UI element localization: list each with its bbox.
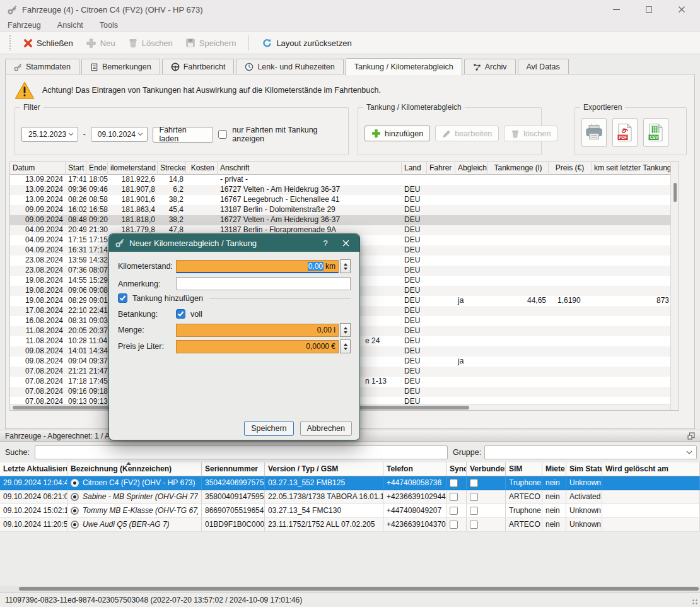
column-header-fahrer[interactable]: Fahrer [427,162,455,175]
group-select[interactable] [484,445,697,459]
verbunden-checkbox[interactable] [470,479,478,487]
sync-checkbox[interactable] [450,493,458,501]
dialog-close-icon[interactable] [338,237,353,249]
export-csv-button[interactable]: CSV [643,118,668,147]
vehicle-column-header-name[interactable]: Bezeichnung (Kennzeichen) [67,463,202,476]
vehicle-column-header-miete[interactable]: Miete [542,463,566,476]
trip-cell-abgleich [455,266,488,276]
trips-vscrollbar[interactable] [670,162,679,410]
search-input[interactable] [35,445,448,459]
vehicle-column-header-phone[interactable]: Telefon [383,463,446,476]
anmerkung-input[interactable] [176,277,351,290]
column-header-datum[interactable]: Datum [10,162,66,175]
date-to-select[interactable]: 09.10.2024 [91,127,148,142]
trip-cell-km-seit-letzter-tankung [592,316,672,326]
column-header-kosten[interactable]: Kosten [186,162,218,175]
vehicle-column-header-deleted[interactable]: Wird gelöscht am [602,463,700,476]
trip-row[interactable]: 13.09.202409:3609:46181.907,86,216727 Ve… [10,185,672,195]
close-icon[interactable] [675,3,689,16]
vehicle-row[interactable]: 09.10.2024 06:21:07Sabine - MB Sprinter … [0,490,700,504]
export-pdf-button[interactable]: PDF [612,118,638,147]
tab-avl-datas[interactable]: Avl Datas [518,59,569,74]
tab-fahrtbericht[interactable]: Fahrtbericht [162,59,235,74]
bottom-hscrollbar-thumb[interactable] [19,587,699,591]
dialog-help-button[interactable]: ? [318,237,333,249]
toolbar-grip[interactable] [9,35,12,51]
trip-row[interactable]: 09.09.202408:4809:20181.818,038,216727 V… [10,215,672,225]
close-vehicle-button[interactable]: Schließen [17,36,79,50]
preis-je-liter-input[interactable]: 0,0000 € [176,340,339,353]
column-header-land[interactable]: Land [402,162,427,175]
menge-input[interactable]: 0,00 l [176,324,339,337]
trip-row[interactable]: 13.09.202417:4118:05181.922,614,8- priva… [10,175,672,185]
sync-checkbox[interactable] [450,507,458,515]
sync-checkbox[interactable] [450,521,458,529]
delete-tankung-button[interactable]: löschen [504,126,557,141]
tab-archiv[interactable]: Archiv [464,59,516,74]
vehicle-radio-icon[interactable] [71,521,79,529]
add-tankung-button[interactable]: hinzufügen [365,126,430,141]
trips-vscrollbar-thumb[interactable] [674,183,677,202]
vehicle-column-header-updated[interactable]: Letzte Aktualisierung [0,463,67,476]
bottom-hscrollbar[interactable] [0,586,700,592]
dialog-body: Kilometerstand: 0,00 km Anmerkung: Tanku… [109,252,359,440]
vehicle-cell-deleted [602,476,700,490]
menu-tools[interactable]: Tools [100,21,118,30]
column-header-preis[interactable]: Preis (€) [549,162,592,175]
tab-tankung-kilometerabgleich[interactable]: Tankung / Kilometerabgleich [346,58,462,75]
date-from-select[interactable]: 25.12.2023 [21,127,78,142]
column-header-ende[interactable]: Ende [86,162,108,175]
sync-checkbox[interactable] [450,479,458,487]
verbunden-checkbox[interactable] [470,507,478,515]
vehicle-column-header-serial[interactable]: Seriennummer [202,463,265,476]
column-header-kilometerstand[interactable]: ilometerstand [108,162,158,175]
tab-stammdaten[interactable]: Stammdaten [5,59,79,74]
verbunden-checkbox[interactable] [470,521,478,529]
vehicle-row[interactable]: 09.10.2024 15:02:19Tommy MB E-Klasse (OH… [0,504,700,518]
new-button[interactable]: Neu [79,35,122,51]
trip-cell-km-seit-letzter-tankung [592,215,672,225]
only-tank-checkbox[interactable] [218,130,227,139]
vehicle-row[interactable]: 09.10.2024 11:20:57Uwe Audi Q5 (BER-AG 7… [0,518,700,532]
menu-ansicht[interactable]: Ansicht [57,21,83,30]
trip-row[interactable]: 09.09.202416:0216:58181.863,445,413187 B… [10,205,672,215]
vehicle-column-header-version[interactable]: Version / Typ / GSM [265,463,383,476]
kilometerstand-spinner[interactable] [340,259,351,273]
vehicle-radio-icon[interactable] [71,493,79,501]
delete-button[interactable]: Löschen [122,35,179,50]
tab-bemerkungen[interactable]: Bemerkungen [81,59,160,74]
save-button[interactable]: Speichern [179,35,243,50]
column-header-km-seit-letzter-tankung[interactable]: km seit letzter Tankung [592,162,672,175]
vehicle-radio-icon[interactable] [71,479,79,487]
resize-grip[interactable] [692,599,698,605]
minimize-icon[interactable] [609,3,623,16]
column-header-tankmenge[interactable]: Tankmenge (l) [488,162,549,175]
dialog-cancel-button[interactable]: Abbrechen [300,421,352,436]
verbunden-checkbox[interactable] [470,493,478,501]
vehicle-row[interactable]: 29.09.2024 12:04:44Citroen C4 (FV2) (OHV… [0,476,700,490]
menu-fahrzeug[interactable]: Fahrzeug [8,21,41,30]
voll-checkbox[interactable] [176,309,185,319]
column-header-anschrift[interactable]: Anschrift [218,162,402,175]
vehicle-column-header-verbunden[interactable]: Verbunden [467,463,506,476]
vehicle-column-header-sync[interactable]: Sync [446,463,467,476]
column-header-abgleich[interactable]: Abgleich [455,162,488,175]
vehicle-column-header-sim[interactable]: SIM [506,463,542,476]
edit-tankung-button[interactable]: bearbeiten [435,126,499,141]
column-header-start[interactable]: Start [66,162,86,175]
preis-spinner[interactable] [340,339,351,353]
column-header-strecke[interactable]: Strecke [158,162,186,175]
dialog-save-button[interactable]: Speichern [244,421,293,436]
vehicle-column-header-status[interactable]: Sim Status [566,463,602,476]
reset-layout-button[interactable]: Layout zurücksetzen [255,35,358,51]
tab-lenk-und-ruhezeiten[interactable]: Lenk- und Ruhezeiten [236,59,343,74]
tankung-hinzufuegen-checkbox[interactable] [118,293,127,303]
kilometerstand-input[interactable]: 0,00 km [176,260,339,273]
load-trips-button[interactable]: Fahrten laden [153,127,214,143]
vehicle-radio-icon[interactable] [71,507,79,515]
trip-row[interactable]: 13.09.202408:2608:58181.901,638,216767 L… [10,195,672,205]
maximize-icon[interactable] [642,3,656,16]
float-panel-icon[interactable] [687,432,695,440]
print-button[interactable] [581,118,607,147]
menge-spinner[interactable] [340,323,351,337]
